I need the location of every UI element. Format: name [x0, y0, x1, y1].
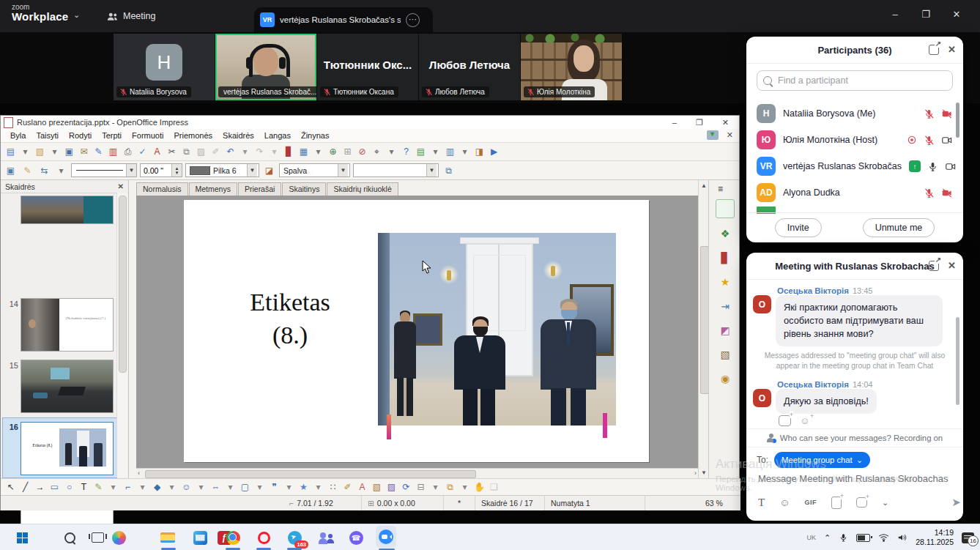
- toolbar-icon[interactable]: ▤: [4, 145, 18, 159]
- draw-tool-icon[interactable]: ▾: [458, 480, 472, 494]
- draw-tool-icon[interactable]: ▭: [48, 480, 62, 494]
- properties-icon[interactable]: [716, 199, 735, 218]
- more-options-icon[interactable]: ⋯: [406, 13, 420, 27]
- emoji-icon[interactable]: ☺: [779, 497, 790, 508]
- close-icon[interactable]: ✕: [727, 130, 733, 140]
- toolbar-icon[interactable]: ▥: [106, 145, 120, 159]
- battery-icon[interactable]: [856, 534, 870, 542]
- chat-scrollbar[interactable]: [956, 317, 959, 405]
- menu-item[interactable]: Terpti: [97, 130, 127, 141]
- toolbar-icon[interactable]: ▥: [443, 145, 457, 159]
- line-color-select[interactable]: Pilka 6▼: [185, 163, 259, 177]
- search-icon[interactable]: [60, 528, 79, 547]
- video-tile[interactable]: vertėjas Ruslanas Skrobač...: [215, 34, 316, 100]
- draw-tool-icon[interactable]: ⊟: [414, 480, 428, 494]
- toolbar-icon[interactable]: ↷: [253, 145, 267, 159]
- menu-item[interactable]: Skaidrės: [218, 130, 259, 141]
- draw-tool-icon[interactable]: T: [77, 480, 91, 494]
- participant-row[interactable]: VR vertėjas Ruslanas Skrobačas ↑: [757, 154, 953, 179]
- toolbar-icon[interactable]: ◨: [472, 145, 486, 159]
- draw-tool-icon[interactable]: ▾: [253, 480, 267, 494]
- draw-tool-icon[interactable]: →: [33, 480, 47, 494]
- draw-tool-icon[interactable]: ▾: [165, 480, 179, 494]
- outlook-icon[interactable]: [190, 528, 209, 547]
- line-width-spinner[interactable]: 0.00 "▲▼: [140, 163, 182, 177]
- pen-icon[interactable]: ✎: [21, 163, 34, 177]
- to-selector[interactable]: Meeting group chat ⌄: [774, 452, 870, 468]
- sidebar-icon[interactable]: ★: [716, 272, 735, 291]
- close-button[interactable]: ✕: [946, 9, 968, 20]
- viber-icon[interactable]: ☎: [346, 528, 365, 547]
- toolbar-icon[interactable]: ✐: [209, 145, 223, 159]
- toolbar-icon[interactable]: ▾: [267, 145, 281, 159]
- start-button[interactable]: [12, 528, 31, 547]
- toolbar-icon[interactable]: ✉: [77, 145, 91, 159]
- slide-thumbnail[interactable]: [21, 196, 114, 224]
- slide-canvas[interactable]: Etiketas (8.): [184, 200, 649, 462]
- popout-icon[interactable]: [929, 261, 939, 271]
- flip-icon[interactable]: ⇆: [37, 163, 51, 177]
- draw-tool-icon[interactable]: ▾: [311, 480, 325, 494]
- slide-workspace[interactable]: Etiketas (8.): [136, 196, 698, 468]
- draw-tool-icon[interactable]: ○: [62, 480, 76, 494]
- menu-item[interactable]: Žinynas: [296, 130, 335, 141]
- status-zoom-level[interactable]: 63 %: [699, 496, 740, 510]
- toolbar-icon[interactable]: ▣: [62, 145, 76, 159]
- chevron-down-icon[interactable]: ⌄: [882, 498, 888, 508]
- draw-tool-icon[interactable]: ▢: [238, 480, 252, 494]
- menu-item[interactable]: Formuoti: [127, 130, 168, 141]
- privacy-row[interactable]: Who can see your messages? Recording on: [746, 428, 963, 447]
- sidebar-icon[interactable]: ▧: [716, 345, 735, 364]
- speaker-icon[interactable]: [897, 533, 907, 542]
- chat-message[interactable]: Які практики допомагають особисто вам пі…: [776, 295, 943, 346]
- scroll-right-icon[interactable]: ›: [694, 469, 697, 477]
- clock[interactable]: 14:19 28.11.2025: [916, 528, 954, 547]
- invite-button[interactable]: Invite: [775, 218, 822, 237]
- toolbar-icon[interactable]: ▾: [48, 145, 62, 159]
- toolbar-icon[interactable]: ▾: [238, 145, 252, 159]
- paint-bucket-icon[interactable]: ◪: [262, 163, 276, 177]
- draw-tool-icon[interactable]: ▾: [136, 480, 149, 494]
- toolbar-icon[interactable]: ⊘: [355, 145, 369, 159]
- menu-item[interactable]: Langas: [259, 130, 296, 141]
- toolbar-icon[interactable]: ▦: [297, 145, 311, 159]
- sidebar-icon[interactable]: ❖: [716, 224, 735, 243]
- draw-tool-icon[interactable]: ▨: [385, 480, 398, 494]
- view-tab[interactable]: Skaitinys: [282, 182, 326, 196]
- menu-item[interactable]: Taisyti: [31, 130, 64, 141]
- sidebar-icon[interactable]: ◩: [716, 321, 735, 340]
- draw-tool-icon[interactable]: ▧: [370, 480, 384, 494]
- toolbar-icon[interactable]: ▧: [33, 145, 47, 159]
- view-tab[interactable]: Metmenys: [189, 182, 237, 196]
- slide-thumbnail[interactable]: (Nežodinis vartojimas) (7.): [21, 298, 114, 352]
- screenshot-icon[interactable]: [856, 497, 867, 508]
- unmute-me-button[interactable]: Unmute me: [863, 218, 935, 237]
- tab-shared-screen[interactable]: VR vertėjas Ruslanas Skrobačas's scre ⋯: [254, 7, 433, 32]
- toolbar-icon[interactable]: A: [150, 145, 164, 159]
- file-explorer-icon[interactable]: [159, 528, 178, 547]
- tray-chevron-icon[interactable]: ⌃: [824, 533, 831, 543]
- chat-message-input[interactable]: [757, 472, 956, 485]
- maximize-button[interactable]: ❐: [696, 118, 703, 127]
- toolbar-icon[interactable]: ⊞: [341, 145, 354, 159]
- video-tile[interactable]: Тютюнник Окс... Тютюнник Оксана: [317, 34, 418, 100]
- draw-tool-icon[interactable]: ▾: [282, 480, 296, 494]
- view-tab[interactable]: Prierašai: [238, 182, 281, 196]
- close-icon[interactable]: ✕: [948, 44, 956, 55]
- toolbar-icon[interactable]: ✂: [165, 145, 179, 159]
- teams-icon[interactable]: [316, 528, 335, 547]
- sender-name[interactable]: Осецька Вікторія: [777, 286, 849, 295]
- draw-tool-icon[interactable]: ◆: [150, 480, 164, 494]
- sidebar-icon[interactable]: ▊: [716, 248, 735, 267]
- toolbar-icon[interactable]: ?: [399, 145, 413, 159]
- notification-icon[interactable]: 16: [962, 532, 974, 543]
- maximize-button[interactable]: ❐: [915, 9, 937, 20]
- dropdown[interactable]: ▾: [54, 163, 68, 177]
- draw-tool-icon[interactable]: ∷: [326, 480, 340, 494]
- draw-tool-icon[interactable]: ⟳: [399, 480, 413, 494]
- toolbar-icon[interactable]: ⌖: [370, 145, 384, 159]
- toolbar-icon[interactable]: ↶: [223, 145, 237, 159]
- reply-icon[interactable]: [779, 415, 791, 426]
- send-icon[interactable]: ➤: [951, 496, 961, 509]
- view-tab[interactable]: Skaidrių rikiuoklė: [327, 182, 398, 196]
